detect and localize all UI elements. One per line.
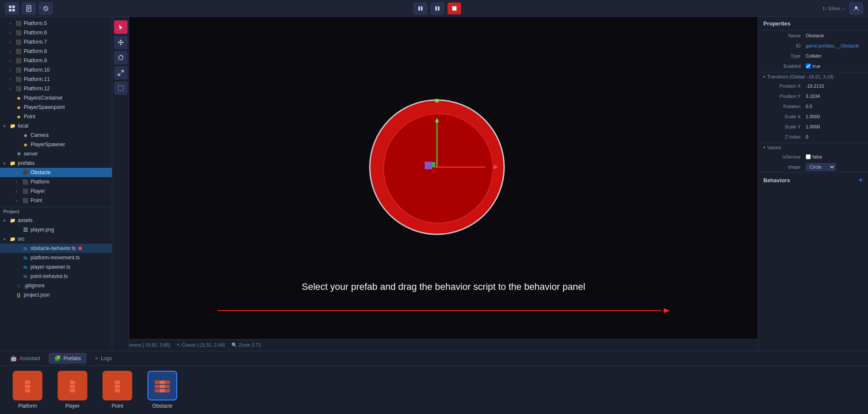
- behaviors-add-button[interactable]: +: [858, 176, 863, 185]
- prefab-point-icon: [103, 371, 132, 400]
- tree-item-prefabs[interactable]: ▾ 📁 prefabs: [0, 158, 112, 168]
- prefab-player[interactable]: Player: [53, 371, 92, 409]
- tree-item-platform-movement[interactable]: ts platform-movement.ts: [0, 253, 112, 262]
- tree-item-player-prefab[interactable]: › ⬛ Player: [0, 186, 112, 196]
- tree-item-point-scene[interactable]: ◆ Point: [0, 112, 112, 121]
- tree-item-server[interactable]: ✱ server: [0, 149, 112, 158]
- enabled-checkbox[interactable]: [806, 64, 811, 69]
- svg-rect-39: [160, 385, 165, 388]
- zoom-status: 🔍 Zoom 2.72: [231, 342, 261, 348]
- scene-sidebar: › ⬛ Platform.5 › ⬛ Platform.6 › ⬛ Platfo…: [0, 17, 112, 351]
- topbar: 1↑ 53ms ↓↑: [0, 0, 868, 17]
- circle-outer: [369, 99, 505, 235]
- svg-rect-27: [70, 385, 75, 388]
- svg-rect-10: [421, 6, 423, 11]
- svg-point-14: [855, 6, 857, 9]
- axis-x-arrow: [494, 165, 498, 169]
- project-section[interactable]: Project: [0, 207, 112, 216]
- tree-item-playerscontainer[interactable]: ◆ PlayersContainer: [0, 93, 112, 103]
- prop-zindex-value: 0: [806, 134, 863, 139]
- viewport-canvas[interactable]: Select your prefab and drag the behavior…: [129, 17, 758, 339]
- prefab-obstacle-icon: [147, 371, 177, 400]
- tree-item-projectjson[interactable]: {} project.json: [0, 290, 112, 300]
- prefab-point[interactable]: Point: [98, 371, 136, 409]
- tool-dotted[interactable]: [114, 81, 128, 95]
- tree-item-platform11[interactable]: › ⬛ Platform.11: [0, 75, 112, 84]
- tree-item-player-spawner[interactable]: ts player-spawner.ts: [0, 262, 112, 272]
- svg-rect-21: [25, 385, 30, 388]
- tree-item-point-prefab[interactable]: › ⬛ Point: [0, 196, 112, 205]
- tree-item-platform6[interactable]: › ⬛ Platform.6: [0, 28, 112, 37]
- pause-button[interactable]: [431, 3, 444, 14]
- handle-top: [435, 99, 439, 102]
- tool-pointer[interactable]: [114, 20, 128, 34]
- tab-assistant[interactable]: 🤖 Assistant: [5, 353, 45, 363]
- topbar-right: 1↑ 53ms ↓↑: [822, 3, 863, 14]
- prop-enabled-value: true: [806, 64, 863, 69]
- tree-item-camera[interactable]: ◆ Camera: [0, 131, 112, 140]
- prop-pos-y-row: Position Y 3.1034: [758, 91, 868, 101]
- tree-item-obstacle-behavior[interactable]: ts obstacle-behavior.ts: [0, 244, 112, 253]
- svg-rect-9: [418, 6, 420, 11]
- prop-scale-y-value: 1.0000: [806, 124, 863, 129]
- tab-prefabs[interactable]: 🧩 Prefabs: [49, 353, 86, 364]
- tree-item-playerspawner[interactable]: ◆ PlayerSpawner: [0, 140, 112, 149]
- prop-shape-row: shape Circle Box Capsule: [758, 162, 868, 172]
- grid-icon-btn[interactable]: [5, 3, 19, 14]
- tool-translate[interactable]: [114, 36, 128, 49]
- user-icon-btn[interactable]: [849, 3, 863, 14]
- tree-item-playerpng[interactable]: 🖼 player.png: [0, 225, 112, 234]
- svg-rect-33: [115, 385, 120, 388]
- tree-item-point-behavior[interactable]: ts point-behavior.ts: [0, 272, 112, 281]
- prop-id-value: game.prefabs.__Obstacle: [806, 43, 863, 48]
- svg-rect-28: [70, 389, 75, 392]
- tree-item-gitignore[interactable]: □ .gitignore: [0, 281, 112, 290]
- transform-section[interactable]: ▾ Transform (Global: -19.21, 3.18): [758, 72, 868, 81]
- viewport: Select your prefab and drag the behavior…: [112, 17, 758, 351]
- play-button[interactable]: [414, 3, 427, 14]
- axis-y-line: [437, 120, 437, 167]
- svg-rect-12: [438, 6, 440, 11]
- values-section[interactable]: ▾ Values: [758, 143, 868, 152]
- handle-purple: [425, 162, 432, 169]
- tree-item-platform8[interactable]: › ⬛ Platform.8: [0, 47, 112, 56]
- svg-rect-11: [435, 6, 437, 11]
- tree-item-platform7[interactable]: › ⬛ Platform.7: [0, 37, 112, 47]
- behaviors-header: Behaviors +: [758, 172, 868, 188]
- tool-scale[interactable]: [114, 66, 128, 80]
- prop-id-row: ID game.prefabs.__Obstacle: [758, 41, 868, 51]
- tree-item-platform-prefab[interactable]: › ⬛ Platform: [0, 177, 112, 186]
- tree-item-local[interactable]: ▾ 📁 local: [0, 121, 112, 131]
- prefab-platform[interactable]: Platform: [8, 371, 47, 409]
- prefab-platform-icon: [13, 371, 42, 400]
- prop-shape-value: Circle Box Capsule: [806, 163, 863, 171]
- tab-logs[interactable]: > Logs: [90, 353, 117, 363]
- prop-scale-x-row: Scale X 1.0000: [758, 111, 868, 122]
- axis-y-arrow: [435, 118, 439, 122]
- svg-rect-1: [12, 6, 15, 8]
- tree-item-src[interactable]: ▾ 📁 src: [0, 234, 112, 244]
- tree-item-assets[interactable]: ▾ 📁 assets: [0, 216, 112, 225]
- tree-item-obstacle[interactable]: › ⬛ Obstacle: [0, 168, 112, 177]
- prop-type-row: Type Collider: [758, 51, 868, 61]
- tool-rotate[interactable]: [114, 51, 128, 64]
- svg-rect-2: [9, 9, 11, 11]
- svg-point-8: [44, 6, 48, 11]
- prop-rotation-value: 0.0: [806, 104, 863, 109]
- bottom-panel: 🤖 Assistant 🧩 Prefabs > Logs: [0, 351, 868, 414]
- svg-rect-34: [115, 389, 120, 392]
- shape-select[interactable]: Circle Box Capsule: [806, 163, 836, 171]
- document-icon-btn[interactable]: [22, 3, 36, 14]
- tree-item-platform9[interactable]: › ⬛ Platform.9: [0, 56, 112, 65]
- code-icon-btn[interactable]: [39, 3, 53, 14]
- circle-inner: [383, 113, 493, 223]
- issensor-checkbox[interactable]: [806, 154, 811, 159]
- assistant-icon: 🤖: [10, 355, 17, 361]
- tree-item-platform5[interactable]: › ⬛ Platform.5: [0, 19, 112, 28]
- tree-item-platform10[interactable]: › ⬛ Platform.10: [0, 65, 112, 75]
- tree-item-platform12[interactable]: › ⬛ Platform.12: [0, 84, 112, 93]
- stop-button[interactable]: [448, 3, 461, 14]
- tree-item-playerspawnpoint[interactable]: ◆ PlayerSpawnpoint: [0, 103, 112, 112]
- prefab-obstacle[interactable]: Obstacle: [143, 371, 181, 409]
- properties-panel: Properties Name Obstacle ID game.prefabs…: [758, 17, 868, 351]
